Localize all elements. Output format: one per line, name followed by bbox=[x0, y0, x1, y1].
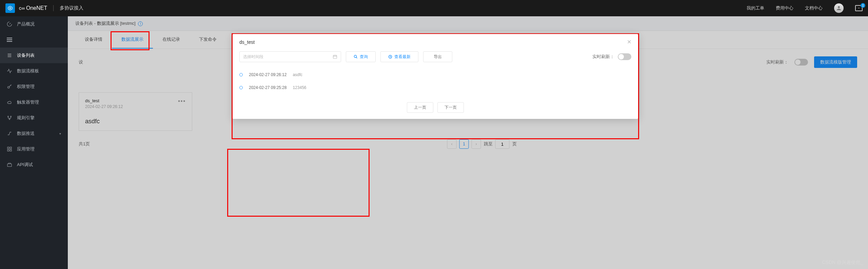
search-icon bbox=[354, 55, 358, 59]
sidebar-item-label: 应用管理 bbox=[17, 146, 35, 152]
row-value: asdfc bbox=[293, 72, 302, 77]
clock-icon bbox=[388, 55, 392, 59]
latest-button[interactable]: 查看最新 bbox=[380, 51, 418, 62]
svg-rect-15 bbox=[333, 55, 337, 58]
data-row: 2024-02-27 09:25:28 123456 bbox=[239, 81, 631, 94]
svg-marker-0 bbox=[8, 6, 12, 10]
sidebar-item-label: 数据推送 bbox=[17, 130, 35, 137]
svg-point-6 bbox=[8, 86, 9, 88]
api-icon bbox=[7, 162, 12, 167]
sidebar-item-label: 规则引擎 bbox=[17, 115, 35, 121]
dot-icon bbox=[239, 86, 243, 89]
sidebar: 产品概况 设备列表 数据流模板 权限管理 触发器管理 规则引擎 数据推送 ▾ bbox=[0, 16, 68, 269]
data-row: 2024-02-27 09:26:12 asdfc bbox=[239, 68, 631, 81]
sidebar-item-label: 触发器管理 bbox=[17, 99, 39, 105]
svg-point-8 bbox=[11, 116, 12, 117]
sidebar-item-push[interactable]: 数据推送 ▾ bbox=[0, 126, 68, 141]
brand-sub: 多协议接入 bbox=[53, 5, 83, 11]
sidebar-item-app[interactable]: 应用管理 bbox=[0, 141, 68, 157]
modal-datastream: ds_test ✕ 选择时间段 查询 查看最新 导出 实时刷新： bbox=[233, 34, 638, 119]
brand: c∞OneNET bbox=[19, 5, 47, 11]
export-button[interactable]: 导出 bbox=[423, 51, 452, 62]
gauge-icon bbox=[7, 21, 12, 27]
svg-rect-14 bbox=[7, 164, 12, 166]
svg-point-1 bbox=[9, 7, 11, 9]
row-timestamp: 2024-02-27 09:26:12 bbox=[249, 72, 287, 77]
svg-rect-12 bbox=[7, 149, 9, 151]
sidebar-item-label: 产品概况 bbox=[17, 21, 35, 27]
branch-icon bbox=[7, 115, 12, 121]
modal-prev-button[interactable]: 上一页 bbox=[407, 102, 433, 113]
cloud-icon bbox=[7, 100, 12, 105]
top-header: c∞OneNET 多协议接入 我的工单 费用中心 文档中心 0 bbox=[0, 0, 868, 16]
svg-point-7 bbox=[8, 116, 9, 117]
svg-point-2 bbox=[838, 6, 840, 8]
grid-icon bbox=[7, 146, 12, 152]
chevron-down-icon: ▾ bbox=[59, 132, 61, 136]
svg-rect-13 bbox=[10, 149, 12, 151]
svg-point-9 bbox=[9, 119, 10, 120]
flow-icon bbox=[7, 131, 12, 136]
svg-rect-10 bbox=[7, 147, 9, 149]
sidebar-item-label: 数据流模板 bbox=[17, 68, 39, 74]
svg-point-19 bbox=[354, 55, 357, 58]
sidebar-item-datastream[interactable]: 数据流模板 bbox=[0, 63, 68, 79]
svg-line-20 bbox=[356, 57, 357, 58]
menu-toggle[interactable] bbox=[0, 32, 68, 48]
watermark: CSDN @兴趣使然_ bbox=[822, 259, 863, 266]
brand-text: OneNET bbox=[26, 5, 47, 11]
pulse-icon bbox=[7, 68, 12, 74]
sidebar-item-api[interactable]: API调试 bbox=[0, 157, 68, 173]
sidebar-item-permission[interactable]: 权限管理 bbox=[0, 79, 68, 94]
row-timestamp: 2024-02-27 09:25:28 bbox=[249, 85, 287, 90]
nav-docs[interactable]: 文档中心 bbox=[805, 5, 823, 11]
svg-rect-11 bbox=[10, 147, 12, 149]
nav-billing[interactable]: 费用中心 bbox=[776, 5, 793, 11]
dot-icon bbox=[239, 73, 243, 76]
modal-title: ds_test bbox=[239, 39, 255, 45]
calendar-icon bbox=[333, 54, 337, 59]
modal-next-button[interactable]: 下一页 bbox=[437, 102, 464, 113]
sidebar-item-rules[interactable]: 规则引擎 bbox=[0, 110, 68, 126]
sidebar-item-label: 权限管理 bbox=[17, 84, 35, 90]
date-range-input[interactable]: 选择时间段 bbox=[239, 51, 341, 62]
key-icon bbox=[7, 84, 12, 89]
sidebar-item-label: 设备列表 bbox=[17, 52, 35, 58]
list-icon bbox=[7, 53, 12, 58]
query-button[interactable]: 查询 bbox=[346, 51, 376, 62]
close-icon[interactable]: ✕ bbox=[627, 39, 631, 45]
data-rows: 2024-02-27 09:26:12 asdfc 2024-02-27 09:… bbox=[239, 68, 631, 94]
row-value: 123456 bbox=[293, 85, 306, 90]
modal-realtime-switch[interactable] bbox=[618, 53, 631, 60]
modal-realtime-label: 实时刷新： bbox=[592, 54, 614, 60]
sidebar-item-label: API调试 bbox=[17, 162, 33, 168]
date-placeholder: 选择时间段 bbox=[243, 54, 263, 60]
sidebar-item-trigger[interactable]: 触发器管理 bbox=[0, 94, 68, 110]
nav-myorders[interactable]: 我的工单 bbox=[747, 5, 764, 11]
avatar[interactable] bbox=[834, 3, 844, 13]
sidebar-item-overview[interactable]: 产品概况 bbox=[0, 16, 68, 32]
mail-button[interactable]: 0 bbox=[855, 5, 863, 11]
logo-icon bbox=[5, 3, 15, 13]
sidebar-item-devices[interactable]: 设备列表 bbox=[0, 48, 68, 63]
mail-badge: 0 bbox=[861, 3, 865, 8]
